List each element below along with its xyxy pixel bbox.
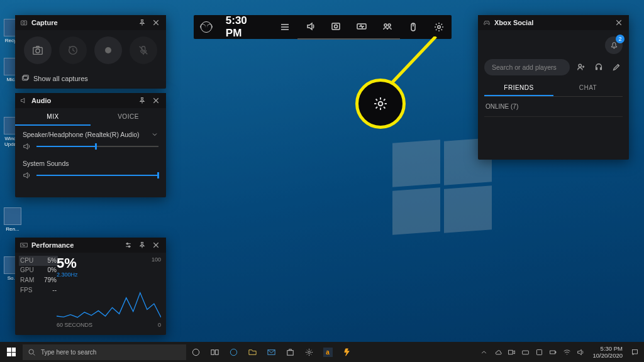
capture-panel: Capture Show all captures	[15, 15, 166, 89]
pin-button[interactable]	[137, 18, 147, 28]
capture-icon	[20, 19, 28, 26]
svg-point-20	[579, 64, 581, 67]
y-max: 100	[152, 256, 161, 263]
cortana-button[interactable]	[186, 342, 205, 362]
annotation-line	[388, 36, 438, 87]
record-icon	[105, 47, 111, 53]
speaker-icon	[20, 97, 28, 104]
desktop-icon[interactable]: Ren...	[4, 207, 21, 232]
top-clock: 5:30 PM	[219, 14, 272, 40]
pin-button[interactable]	[137, 240, 147, 250]
link-label: Show all captures	[33, 75, 88, 82]
device-volume-slider[interactable]	[36, 146, 158, 147]
notification-badge: 2	[616, 35, 625, 43]
taskbar-clock[interactable]: 5:30 PM 10/20/2020	[589, 345, 626, 359]
store-app[interactable]	[280, 342, 299, 362]
tray-wifi[interactable]	[561, 345, 572, 359]
record-last-button[interactable]	[59, 36, 87, 64]
compose-button[interactable]	[610, 61, 623, 74]
capture-widget-button[interactable]	[323, 14, 349, 40]
clock-time: 5:30 PM	[592, 345, 623, 352]
taskview-button[interactable]	[205, 342, 224, 362]
tray-onedrive[interactable]	[492, 345, 503, 359]
stat-ram[interactable]: RAM79%	[20, 275, 57, 285]
panel-title: Capture	[31, 19, 133, 26]
tab-voice[interactable]: VOICE	[91, 108, 166, 126]
stat-fps[interactable]: FPS--	[20, 285, 57, 295]
svg-point-3	[384, 24, 387, 26]
explorer-app[interactable]	[243, 342, 262, 362]
svg-rect-23	[211, 349, 214, 354]
svg-point-10	[23, 22, 25, 25]
online-heading[interactable]: ONLINE (7)	[484, 97, 623, 117]
panel-title: Xbox Social	[494, 19, 610, 26]
system-volume-slider[interactable]	[36, 175, 158, 176]
gamebar-top-bar: 5:30 PM	[194, 15, 452, 39]
stat-cpu[interactable]: CPU5%	[19, 256, 58, 266]
settings-app[interactable]	[299, 342, 318, 362]
svg-rect-32	[550, 351, 555, 354]
svg-line-7	[391, 36, 436, 84]
pin-button[interactable]	[137, 96, 147, 106]
amazon-app[interactable]: a	[318, 342, 337, 362]
chevron-down-icon[interactable]	[151, 131, 158, 138]
mouse-button[interactable]	[400, 15, 426, 39]
svg-point-6	[437, 26, 440, 28]
screenshot-button[interactable]	[24, 36, 52, 64]
settings-button[interactable]	[426, 15, 452, 39]
tray-chevron[interactable]	[478, 345, 489, 359]
taskbar-search[interactable]: Type here to search	[23, 344, 186, 360]
svg-rect-29	[509, 350, 513, 354]
start-button[interactable]	[0, 342, 23, 362]
svg-point-25	[230, 349, 236, 355]
output-device-label: Speaker/Headphone (Realtek(R) Audio)	[23, 131, 140, 138]
winamp-app[interactable]	[337, 342, 356, 362]
svg-point-12	[36, 49, 40, 53]
show-all-captures-link[interactable]: Show all captures	[15, 70, 166, 89]
tab-mix[interactable]: MIX	[15, 108, 91, 126]
record-button[interactable]	[94, 36, 122, 64]
tray-touchpad[interactable]	[533, 345, 545, 359]
add-friend-button[interactable]	[575, 61, 587, 74]
icon-label: Ren...	[6, 226, 19, 232]
gear-icon	[374, 97, 387, 111]
mic-toggle-button[interactable]	[130, 36, 157, 64]
volume-icon	[23, 142, 31, 151]
panel-title: Audio	[31, 97, 133, 104]
stat-gpu[interactable]: GPU0%	[20, 265, 57, 275]
options-button[interactable]	[123, 240, 133, 250]
tray-battery[interactable]	[547, 345, 558, 359]
close-button[interactable]	[151, 96, 161, 106]
notifications-button[interactable]: 2	[605, 36, 623, 54]
audio-widget-button[interactable]	[297, 14, 323, 40]
svg-point-1	[335, 25, 338, 28]
action-center-button[interactable]	[629, 345, 640, 359]
tab-chat[interactable]: CHAT	[553, 80, 623, 96]
close-button[interactable]	[151, 18, 161, 28]
tray-volume[interactable]	[575, 345, 586, 359]
edge-app[interactable]	[224, 342, 243, 362]
mail-app[interactable]	[262, 342, 280, 362]
xbox-button[interactable]	[194, 15, 219, 39]
perf-big-value: 5%	[57, 256, 161, 270]
svg-rect-33	[555, 351, 556, 353]
social-widget-button[interactable]	[375, 14, 401, 40]
svg-point-8	[379, 102, 383, 106]
tray-meet[interactable]	[506, 345, 517, 359]
performance-widget-button[interactable]	[349, 14, 375, 40]
svg-point-22	[192, 349, 199, 355]
headset-button[interactable]	[592, 61, 605, 74]
tray-input[interactable]	[519, 345, 531, 359]
windows-icon	[7, 348, 16, 356]
panel-title: Performance	[31, 241, 119, 249]
close-button[interactable]	[614, 18, 624, 28]
perf-freq: 2.300Hz	[57, 272, 161, 278]
player-search-input[interactable]: Search or add players	[484, 59, 570, 75]
perf-stats: CPU5% GPU0% RAM79% FPS--	[20, 256, 57, 328]
svg-point-21	[29, 349, 33, 354]
close-button[interactable]	[151, 240, 161, 250]
gallery-icon	[21, 74, 30, 82]
placeholder: Search or add players	[492, 63, 557, 71]
widgets-menu-button[interactable]	[272, 15, 297, 39]
tab-friends[interactable]: FRIENDS	[484, 80, 553, 96]
